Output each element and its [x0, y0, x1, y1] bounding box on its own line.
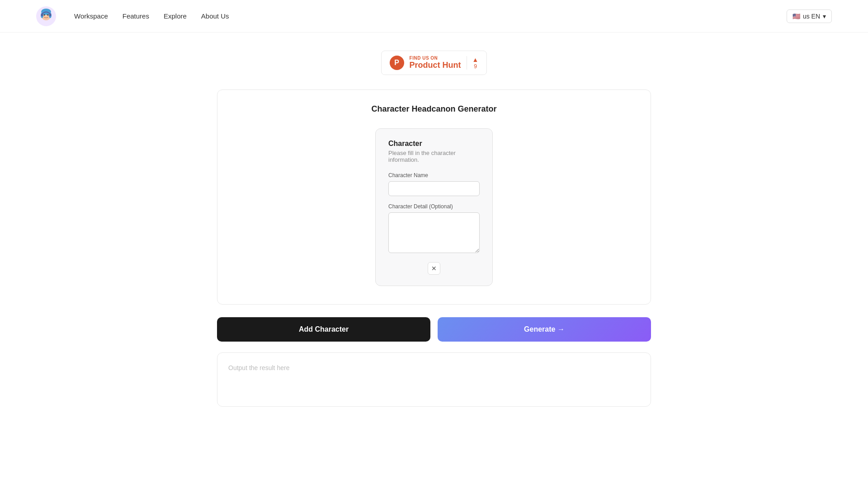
character-name-label: Character Name — [388, 172, 480, 178]
product-hunt-find-label: FIND US ON — [410, 56, 461, 61]
language-selector[interactable]: 🇺🇸 us EN ▾ — [787, 9, 832, 23]
product-hunt-text: FIND US ON Product Hunt — [410, 56, 461, 70]
nav-features[interactable]: Features — [123, 12, 149, 20]
output-section[interactable]: Output the result here — [217, 352, 651, 407]
output-placeholder: Output the result here — [228, 364, 289, 371]
lang-label: us EN — [803, 13, 820, 20]
logo[interactable] — [36, 6, 56, 26]
nav-workspace[interactable]: Workspace — [74, 12, 108, 20]
product-hunt-icon: P — [390, 56, 404, 70]
vote-arrow-icon: ▲ — [472, 56, 479, 63]
product-hunt-name: Product Hunt — [410, 61, 461, 70]
generator-title: Character Headcanon Generator — [236, 104, 632, 114]
product-hunt-badge[interactable]: P FIND US ON Product Hunt ▲ 9 — [381, 51, 487, 75]
svg-point-5 — [44, 14, 45, 15]
generator-section: Character Headcanon Generator Character … — [217, 89, 651, 305]
card-title: Character — [388, 140, 480, 148]
add-character-button[interactable]: Add Character — [217, 317, 430, 342]
character-detail-group: Character Detail (Optional) — [388, 203, 480, 255]
character-detail-label: Character Detail (Optional) — [388, 203, 480, 210]
nav-explore[interactable]: Explore — [164, 12, 187, 20]
main-content: P FIND US ON Product Hunt ▲ 9 Character … — [0, 33, 868, 425]
action-buttons: Add Character Generate → — [217, 317, 651, 342]
nav-links: Workspace Features Explore About Us — [74, 12, 787, 20]
logo-avatar — [36, 6, 56, 26]
lang-flag: 🇺🇸 — [793, 13, 800, 20]
card-subtitle: Please fill in the character information… — [388, 150, 480, 163]
vote-count: 9 — [474, 63, 477, 70]
generate-button[interactable]: Generate → — [438, 317, 651, 342]
character-detail-textarea[interactable] — [388, 212, 480, 253]
character-name-group: Character Name — [388, 172, 480, 196]
product-hunt-votes: ▲ 9 — [467, 56, 479, 70]
lang-chevron-icon: ▾ — [823, 13, 826, 20]
nav-about-us[interactable]: About Us — [201, 12, 229, 20]
remove-character-button[interactable]: ✕ — [428, 262, 440, 275]
character-name-input[interactable] — [388, 181, 480, 196]
character-card: Character Please fill in the character i… — [375, 128, 493, 286]
svg-point-6 — [47, 14, 49, 15]
remove-icon: ✕ — [431, 265, 437, 272]
navbar: Workspace Features Explore About Us 🇺🇸 u… — [0, 0, 868, 33]
